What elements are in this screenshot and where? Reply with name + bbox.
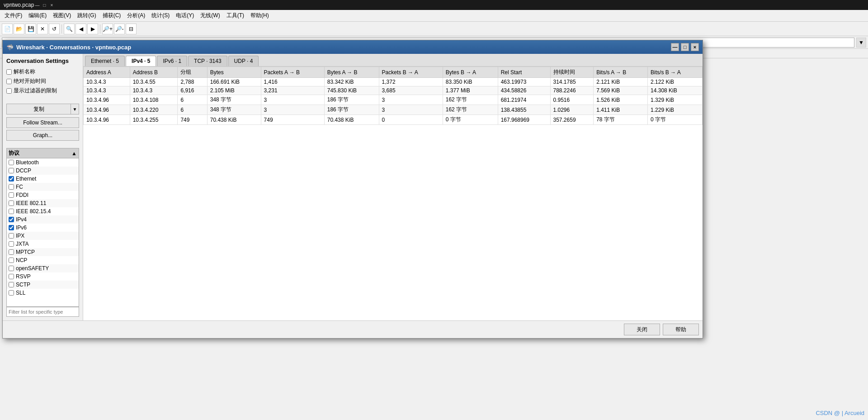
copy-dropdown-arrow[interactable]: ▼ [71,104,79,115]
help-button[interactable]: 帮助 [663,324,699,335]
table-row[interactable]: 10.3.4.9610.3.4.25574970.438 KiB74970.43… [84,115,703,125]
protocol-item[interactable]: IEEE 802.15.4 [7,207,79,215]
col-packets-a-b[interactable]: Packets A → B [261,67,324,78]
table-row[interactable]: 10.3.4.9610.3.4.1086348 字节3186 字节3162 字节… [84,95,703,105]
protocol-item[interactable]: IPv4 [7,215,79,224]
checkbox-resolve-names[interactable]: 解析名称 [6,68,79,76]
close-button[interactable]: 关闭 [624,324,660,335]
protocol-checkbox[interactable] [9,233,14,239]
table-row[interactable]: 10.3.4.9610.3.4.2206348 字节3186 字节3162 字节… [84,105,703,115]
menu-view[interactable]: 视图(V) [50,11,74,20]
main-win-controls[interactable]: — □ × [34,2,55,8]
tab-ipv4[interactable]: IPv4 · 5 [126,56,156,66]
toolbar-zoom-reset[interactable]: ⊟ [126,24,137,34]
protocol-checkbox[interactable] [9,274,14,279]
dialog-maximize-btn[interactable]: □ [681,43,689,51]
toolbar-search[interactable]: 🔍 [64,24,75,34]
table-container[interactable]: Address A Address B 分组 Bytes Packets A →… [83,67,703,320]
col-packets[interactable]: 分组 [178,67,207,78]
protocol-item[interactable]: IPX [7,232,79,240]
tab-ipv6[interactable]: IPv6 · 1 [157,56,187,66]
protocol-item[interactable]: FDDI [7,191,79,199]
menu-help[interactable]: 帮助(H) [248,11,272,20]
protocol-item[interactable]: RSVP [7,272,79,281]
table-row[interactable]: 10.3.4.310.3.4.552,788166.691 KiB1,41683… [84,78,703,86]
table-row[interactable]: 10.3.4.310.3.4.36,9162.105 MiB3,231745.8… [84,86,703,95]
protocol-item[interactable]: SLL [7,289,79,297]
filter-list-input[interactable] [6,307,79,317]
dialog-close-btn[interactable]: × [691,43,699,51]
toolbar-open[interactable]: 📂 [14,24,24,34]
protocol-checkbox[interactable] [9,209,14,214]
filter-arrow-btn[interactable]: ▼ [856,38,866,48]
toolbar-prev[interactable]: ◀ [75,24,86,34]
protocol-item[interactable]: NCP [7,256,79,264]
protocol-checkbox[interactable] [9,225,14,230]
menu-stats[interactable]: 统计(S) [149,11,172,20]
col-bytes-a-b[interactable]: Bytes A → B [324,67,379,78]
protocol-collapse-icon[interactable]: ▲ [71,150,77,157]
menu-file[interactable]: 文件(F) [2,11,25,20]
menu-analyze[interactable]: 分析(A) [124,11,148,20]
protocol-checkbox[interactable] [9,176,14,181]
minimize-btn[interactable]: — [34,2,40,8]
close-btn[interactable]: × [48,2,55,8]
protocol-item[interactable]: SCTP [7,281,79,289]
checkbox-abs-time[interactable]: 绝对开始时间 [6,77,79,85]
toolbar-new[interactable]: 📄 [2,24,13,34]
col-bits-b-a[interactable]: Bits/s B → A [648,67,703,78]
col-rel-start[interactable]: Rel Start [498,67,550,78]
protocol-checkbox[interactable] [9,282,14,287]
protocol-checkbox[interactable] [9,200,14,206]
checkbox-display-filter[interactable]: 显示过滤器的限制 [6,87,79,95]
protocol-checkbox[interactable] [9,184,14,190]
protocol-checkbox[interactable] [9,217,14,222]
toolbar-zoom-out[interactable]: 🔎- [114,24,125,34]
protocol-checkbox[interactable] [9,266,14,271]
protocol-checkbox[interactable] [9,168,14,173]
col-duration[interactable]: 持续时间 [550,67,594,78]
protocol-item[interactable]: Bluetooth [7,158,79,167]
protocol-item[interactable]: IPv6 [7,224,79,232]
copy-button[interactable]: 复制 [6,104,71,115]
checkbox-display-filter-input[interactable] [6,88,12,94]
menu-wireless[interactable]: 无线(W) [198,11,222,20]
graph-button[interactable]: Graph... [6,130,79,141]
protocol-checkbox[interactable] [9,249,14,255]
tab-tcp[interactable]: TCP · 3143 [188,56,227,66]
menu-edit[interactable]: 编辑(E) [26,11,49,20]
protocol-item[interactable]: openSAFETY [7,264,79,272]
dialog-win-controls[interactable]: — □ × [671,43,699,51]
protocol-item[interactable]: Ethernet [7,175,79,183]
col-bits-a-b[interactable]: Bits/s A → B [594,67,648,78]
checkbox-abs-time-input[interactable] [6,79,12,84]
toolbar-reload[interactable]: ↺ [49,24,60,34]
protocol-item[interactable]: JXTA [7,240,79,248]
protocol-checkbox[interactable] [9,160,14,165]
protocol-checkbox[interactable] [9,192,14,198]
menu-capture[interactable]: 捕获(C) [100,11,124,20]
toolbar-close[interactable]: ✕ [37,24,48,34]
checkbox-resolve-names-input[interactable] [6,69,12,75]
col-address-a[interactable]: Address A [84,67,130,78]
toolbar-zoom-in[interactable]: 🔎+ [102,24,113,34]
col-packets-b-a[interactable]: Packets B → A [379,67,443,78]
protocol-item[interactable]: DCCP [7,167,79,175]
toolbar-next[interactable]: ▶ [87,24,98,34]
menu-tools[interactable]: 工具(T) [224,11,247,20]
menu-telephony[interactable]: 电话(Y) [173,11,197,20]
dialog-minimize-btn[interactable]: — [671,43,679,51]
protocol-checkbox[interactable] [9,241,14,247]
col-bytes[interactable]: Bytes [207,67,261,78]
col-address-b[interactable]: Address B [130,67,178,78]
protocol-item[interactable]: IEEE 802.11 [7,199,79,207]
protocol-checkbox[interactable] [9,258,14,263]
tab-ethernet[interactable]: Ethernet · 5 [85,56,125,66]
maximize-btn[interactable]: □ [41,2,47,8]
protocol-checkbox[interactable] [9,290,14,296]
menu-go[interactable]: 跳转(G) [75,11,99,20]
toolbar-save[interactable]: 💾 [25,24,36,34]
protocol-item[interactable]: MPTCP [7,248,79,256]
tab-udp[interactable]: UDP · 4 [228,56,259,66]
follow-stream-button[interactable]: Follow Stream... [6,117,79,128]
